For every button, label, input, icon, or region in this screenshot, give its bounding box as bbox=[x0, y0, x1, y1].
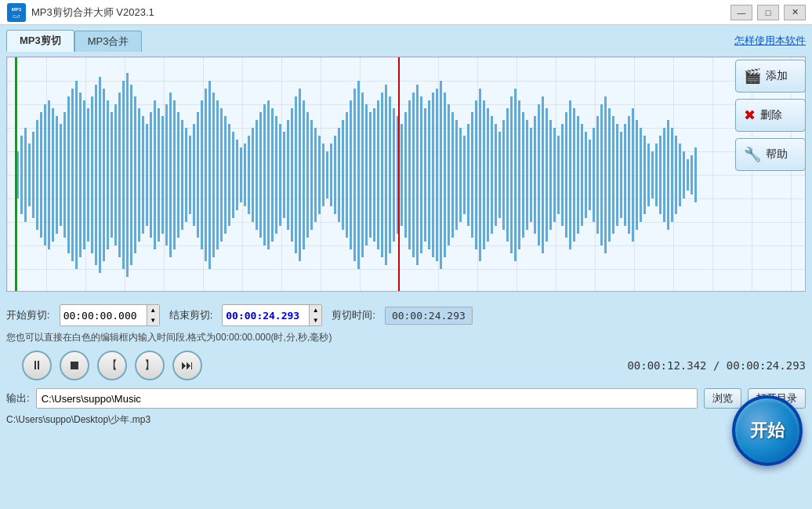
stop-button[interactable]: ⏹ bbox=[60, 351, 89, 380]
svg-rect-110 bbox=[432, 93, 434, 257]
svg-rect-166 bbox=[651, 151, 654, 198]
svg-rect-37 bbox=[146, 124, 148, 226]
delete-button[interactable]: ✖ 删除 bbox=[735, 99, 806, 132]
svg-rect-149 bbox=[585, 132, 587, 218]
svg-rect-46 bbox=[181, 120, 183, 230]
svg-rect-153 bbox=[600, 104, 603, 245]
svg-rect-58 bbox=[228, 124, 230, 226]
playhead[interactable] bbox=[398, 57, 400, 291]
skip-button[interactable]: ⏭ bbox=[172, 351, 202, 380]
svg-rect-27 bbox=[107, 100, 109, 249]
svg-rect-128 bbox=[502, 120, 505, 230]
add-label: 添加 bbox=[766, 69, 788, 83]
mark-end-button[interactable]: 】 bbox=[135, 351, 165, 380]
svg-rect-152 bbox=[596, 116, 599, 234]
minimize-button[interactable]: — bbox=[730, 5, 752, 20]
svg-rect-140 bbox=[549, 120, 552, 230]
svg-rect-123 bbox=[483, 100, 485, 249]
svg-rect-10 bbox=[40, 112, 42, 238]
file-path: C:\Users\suppo\Desktop\少年.mp3 bbox=[6, 412, 806, 428]
svg-rect-131 bbox=[514, 89, 517, 261]
svg-text:MP3: MP3 bbox=[12, 7, 22, 12]
svg-rect-61 bbox=[240, 147, 242, 202]
svg-rect-0 bbox=[7, 3, 26, 22]
mark-start-icon: 【 bbox=[107, 358, 118, 373]
maximize-button[interactable]: □ bbox=[757, 5, 779, 20]
svg-rect-132 bbox=[518, 100, 520, 249]
svg-rect-141 bbox=[553, 128, 556, 222]
svg-rect-53 bbox=[208, 81, 211, 269]
svg-rect-94 bbox=[369, 112, 372, 238]
svg-rect-119 bbox=[467, 124, 469, 226]
svg-rect-44 bbox=[173, 100, 176, 249]
svg-rect-12 bbox=[48, 100, 50, 249]
start-time-up[interactable]: ▲ bbox=[147, 305, 159, 315]
pause-icon: ⏸ bbox=[31, 358, 43, 373]
svg-rect-121 bbox=[475, 100, 477, 249]
svg-rect-76 bbox=[299, 89, 301, 261]
svg-rect-156 bbox=[612, 116, 614, 234]
svg-rect-5 bbox=[20, 136, 23, 214]
start-button[interactable]: 开始 bbox=[732, 395, 803, 466]
svg-rect-174 bbox=[683, 151, 685, 198]
svg-rect-109 bbox=[428, 100, 430, 249]
svg-rect-78 bbox=[306, 112, 309, 238]
svg-rect-111 bbox=[436, 89, 438, 261]
help-label: 帮助 bbox=[766, 147, 788, 162]
title-bar: MP3 CuT MP3剪切合并大师 V2023.1 — □ ✕ bbox=[0, 0, 812, 25]
mark-start-button[interactable]: 【 bbox=[97, 351, 127, 380]
add-button[interactable]: 🎬 添加 bbox=[735, 60, 806, 93]
total-time: 00:00:24.293 bbox=[727, 359, 806, 372]
start-time-input[interactable] bbox=[60, 305, 147, 325]
svg-rect-66 bbox=[259, 112, 262, 238]
svg-rect-62 bbox=[244, 144, 246, 206]
svg-rect-26 bbox=[103, 89, 105, 261]
svg-rect-137 bbox=[538, 104, 540, 245]
svg-rect-85 bbox=[334, 136, 336, 214]
svg-rect-176 bbox=[691, 155, 693, 195]
svg-rect-49 bbox=[193, 124, 195, 226]
svg-rect-167 bbox=[655, 144, 658, 206]
svg-rect-69 bbox=[271, 108, 274, 242]
svg-rect-89 bbox=[350, 100, 352, 249]
svg-rect-155 bbox=[608, 108, 611, 242]
help-button[interactable]: 🔧 帮助 bbox=[735, 138, 806, 171]
svg-rect-28 bbox=[111, 112, 113, 238]
end-time-down[interactable]: ▼ bbox=[309, 315, 321, 325]
svg-rect-151 bbox=[593, 128, 595, 222]
svg-rect-139 bbox=[546, 108, 548, 242]
svg-rect-136 bbox=[534, 116, 536, 234]
end-time-up[interactable]: ▲ bbox=[309, 305, 321, 315]
start-time-down[interactable]: ▼ bbox=[147, 315, 159, 325]
start-time-input-wrap: ▲ ▼ bbox=[60, 304, 160, 326]
svg-rect-107 bbox=[420, 96, 422, 253]
tab-mp3merge[interactable]: MP3合并 bbox=[74, 31, 143, 52]
svg-rect-35 bbox=[138, 108, 140, 242]
time-separator: / bbox=[713, 359, 727, 372]
svg-text:CuT: CuT bbox=[13, 14, 20, 19]
help-link[interactable]: 怎样使用本软件 bbox=[734, 34, 806, 48]
svg-rect-45 bbox=[177, 112, 179, 238]
svg-rect-29 bbox=[114, 104, 117, 245]
tab-mp3cut[interactable]: MP3剪切 bbox=[6, 30, 74, 52]
svg-rect-70 bbox=[275, 116, 277, 234]
svg-rect-22 bbox=[87, 108, 89, 242]
svg-rect-130 bbox=[510, 96, 513, 253]
svg-rect-135 bbox=[530, 128, 532, 222]
output-path-input[interactable] bbox=[36, 388, 698, 409]
pause-button[interactable]: ⏸ bbox=[22, 351, 52, 380]
svg-rect-9 bbox=[36, 120, 38, 230]
svg-rect-175 bbox=[687, 159, 689, 191]
svg-rect-157 bbox=[616, 124, 618, 226]
svg-rect-11 bbox=[44, 104, 46, 245]
svg-rect-154 bbox=[604, 96, 607, 253]
svg-rect-8 bbox=[32, 132, 34, 218]
svg-rect-71 bbox=[279, 124, 281, 226]
playback-controls: ⏸ ⏹ 【 】 ⏭ 00:00:12.342 / 00:00:24.293 bbox=[22, 351, 806, 380]
svg-rect-63 bbox=[248, 136, 250, 214]
end-time-input[interactable] bbox=[223, 305, 309, 325]
close-button[interactable]: ✕ bbox=[784, 5, 806, 20]
browse-button[interactable]: 浏览 bbox=[704, 388, 741, 409]
waveform-area[interactable] bbox=[6, 56, 806, 292]
svg-rect-13 bbox=[52, 108, 54, 242]
